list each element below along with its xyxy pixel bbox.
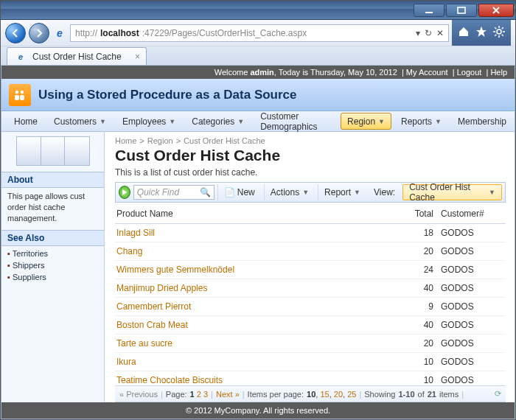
table-row[interactable]: Teatime Chocolate Biscuits10GODOS (115, 371, 506, 386)
table-row[interactable]: Chang20GODOS (115, 242, 506, 261)
page-title: Cust Order Hist Cache (115, 147, 506, 164)
cell-product-name[interactable]: Boston Crab Meat (115, 316, 395, 335)
pager-page-3[interactable]: 3 (203, 390, 208, 399)
close-button[interactable] (478, 4, 514, 17)
browser-tab[interactable]: e Cust Order Hist Cache × (7, 47, 147, 65)
ie-icon: e (52, 26, 67, 41)
pager-ipp-20[interactable]: 20 (334, 390, 343, 399)
tab-close-icon[interactable]: × (135, 52, 140, 62)
help-link[interactable]: Help (490, 68, 507, 77)
table-row[interactable]: Boston Crab Meat40GODOS (115, 316, 506, 335)
pager-range: 1-10 (398, 390, 414, 399)
cell-total: 40 (395, 316, 439, 335)
breadcrumb-home[interactable]: Home (115, 136, 136, 145)
menu-employees[interactable]: Employees▼ (114, 111, 184, 131)
pager-previous[interactable]: « Previous (119, 390, 158, 399)
table-row[interactable]: Tarte au sucre20GODOS (115, 335, 506, 353)
chevron-down-icon: ▼ (237, 118, 244, 125)
svg-rect-5 (15, 95, 19, 100)
chevron-down-icon: ▼ (302, 189, 309, 196)
col-customer[interactable]: Customer# (439, 204, 506, 224)
cell-product-name[interactable]: Manjimup Dried Apples (115, 279, 395, 298)
favorites-icon[interactable] (475, 26, 487, 40)
pager-ipp-options: 10, 15, 20, 25 (307, 390, 356, 399)
back-button[interactable] (5, 23, 26, 43)
sidebar-seealso-item[interactable]: Territories (6, 248, 100, 259)
pager-ipp-15[interactable]: 15 (320, 390, 329, 399)
col-product-name[interactable]: Product Name (115, 204, 395, 224)
sidebar: About This page allows cust order hist c… (1, 132, 105, 402)
view-label: View: (369, 187, 400, 197)
menu-region[interactable]: Region▼ (341, 113, 391, 130)
sidebar-seealso-item[interactable]: Shippers (6, 259, 100, 271)
table-row[interactable]: Inlagd Sill18GODOS (115, 224, 506, 242)
chevron-down-icon: ▼ (378, 118, 385, 125)
cell-customer: GODOS (439, 371, 506, 386)
chevron-down-icon: ▼ (489, 189, 495, 196)
window-titlebar (1, 1, 515, 20)
maximize-button[interactable] (446, 4, 477, 17)
breadcrumb-current: Cust Order Hist Cache (184, 136, 265, 145)
cell-total: 20 (395, 335, 439, 353)
view-select[interactable]: Cust Order Hist Cache▼ (402, 184, 502, 200)
home-icon[interactable] (458, 26, 470, 40)
cell-product-name[interactable]: Tarte au sucre (115, 335, 395, 353)
menu-reports[interactable]: Reports▼ (393, 111, 450, 131)
chevron-down-icon: ▼ (100, 118, 106, 125)
forward-button[interactable] (29, 23, 49, 43)
cell-total: 18 (395, 224, 439, 242)
pager-ipp-label: Items per page: (248, 390, 304, 399)
cell-product-name[interactable]: Ikura (115, 353, 395, 371)
table-row[interactable]: Manjimup Dried Apples40GODOS (115, 279, 506, 298)
menu-customers[interactable]: Customers▼ (46, 111, 114, 131)
refresh-icon[interactable]: ↻ (425, 28, 432, 38)
quick-find-input[interactable]: Quick Find 🔍 (133, 185, 215, 200)
logout-link[interactable]: Logout (457, 68, 482, 77)
cell-customer: GODOS (439, 261, 506, 279)
pager-next[interactable]: Next » (216, 390, 240, 399)
app-header: Using a Stored Procedure as a Data Sourc… (1, 79, 515, 111)
new-icon: 📄 (224, 187, 234, 197)
url-path: :47229/Pages/CustOrderHist_Cache.aspx (142, 28, 307, 38)
pager-total: 21 (428, 390, 436, 399)
table-row[interactable]: Camembert Pierrot9GODOS (115, 298, 506, 316)
address-bar[interactable]: http://localhost:47229/Pages/CustOrderHi… (70, 24, 449, 42)
cell-product-name[interactable]: Wimmers gute Semmelknödel (115, 261, 395, 279)
table-row[interactable]: Ikura10GODOS (115, 353, 506, 371)
go-button[interactable] (119, 186, 130, 199)
col-total[interactable]: Total (395, 204, 439, 224)
tools-icon[interactable] (493, 26, 505, 40)
sidebar-seealso-item[interactable]: Suppliers (6, 271, 100, 283)
breadcrumb-region[interactable]: Region (147, 136, 173, 145)
pager-ipp-10[interactable]: 10 (307, 390, 315, 399)
cell-product-name[interactable]: Camembert Pierrot (115, 298, 395, 316)
cell-product-name[interactable]: Chang (115, 242, 395, 261)
cell-product-name[interactable]: Inlagd Sill (115, 224, 395, 242)
menu-customer-demographics[interactable]: Customer Demographics (252, 111, 339, 131)
menu-home[interactable]: Home (6, 111, 46, 131)
svg-rect-6 (20, 95, 24, 100)
menu-membership[interactable]: Membership (450, 111, 515, 131)
cell-customer: GODOS (439, 224, 506, 242)
menu-categories[interactable]: Categories▼ (184, 111, 252, 131)
quick-find-placeholder: Quick Find (137, 187, 179, 197)
refresh-icon[interactable]: ⟳ (495, 389, 501, 399)
sidebar-seealso-heading: See Also (1, 230, 104, 246)
report-button[interactable]: Report▼ (318, 184, 366, 200)
search-icon[interactable]: 🔍 (200, 187, 211, 197)
my-account-link[interactable]: My Account (406, 68, 448, 77)
dropdown-icon[interactable]: ▾ (416, 28, 420, 38)
page-footer: © 2012 MyCompany. All rights reserved. (1, 402, 515, 419)
page: Welcome admin, Today is Thursday, May 10… (1, 66, 515, 419)
pager-page-1[interactable]: 1 (190, 390, 195, 399)
pager-ipp-25[interactable]: 25 (347, 390, 356, 399)
cell-product-name[interactable]: Teatime Chocolate Biscuits (115, 371, 395, 386)
table-row[interactable]: Wimmers gute Semmelknödel24GODOS (115, 261, 506, 279)
new-button[interactable]: 📄New (217, 184, 261, 200)
actions-button[interactable]: Actions▼ (264, 184, 315, 200)
stop-icon[interactable]: ✕ (436, 28, 444, 38)
cell-customer: GODOS (439, 335, 506, 353)
minimize-button[interactable] (414, 4, 444, 17)
pager-page-2[interactable]: 2 (197, 390, 201, 399)
welcome-prefix: Welcome (215, 68, 251, 77)
